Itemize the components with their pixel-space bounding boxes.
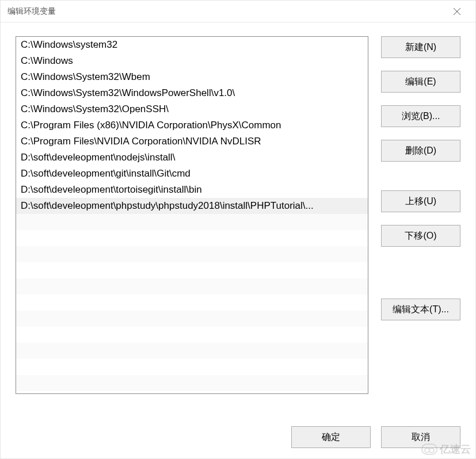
- ok-button[interactable]: 确定: [291, 426, 371, 448]
- content-area: C:\Windows\system32C:\WindowsC:\Windows\…: [1, 22, 475, 416]
- list-item-empty: [16, 327, 368, 343]
- new-button[interactable]: 新建(N): [381, 36, 460, 58]
- list-item[interactable]: C:\Program Files\NVIDIA Corporation\NVID…: [16, 133, 368, 150]
- list-item[interactable]: C:\Program Files (x86)\NVIDIA Corporatio…: [16, 117, 368, 133]
- list-item[interactable]: C:\Windows\System32\Wbem: [16, 69, 368, 85]
- list-item-empty: [16, 311, 368, 327]
- list-item-empty: [16, 375, 368, 391]
- edit-text-button[interactable]: 编辑文本(T)...: [381, 299, 460, 320]
- list-item-empty: [16, 278, 368, 294]
- list-item[interactable]: D:\soft\develeopment\tortoisegit\install…: [16, 182, 368, 198]
- browse-button[interactable]: 浏览(B)...: [381, 105, 460, 127]
- list-item[interactable]: C:\Windows\System32\OpenSSH\: [16, 101, 368, 117]
- environment-variable-dialog: 编辑环境变量 C:\Windows\system32C:\WindowsC:\W…: [0, 0, 476, 459]
- list-item-empty: [16, 230, 368, 246]
- bottom-button-bar: 确定 取消 亿速云: [1, 416, 475, 458]
- list-item[interactable]: C:\Windows\system32: [16, 37, 368, 53]
- list-item[interactable]: C:\Windows: [16, 53, 368, 69]
- edit-button[interactable]: 编辑(E): [381, 71, 460, 93]
- list-item[interactable]: D:\soft\develeopment\git\install\Git\cmd: [16, 166, 368, 182]
- list-item-empty: [16, 214, 368, 230]
- list-item[interactable]: C:\Windows\System32\WindowsPowerShell\v1…: [16, 85, 368, 101]
- list-item-empty: [16, 343, 368, 359]
- path-listbox[interactable]: C:\Windows\system32C:\WindowsC:\Windows\…: [16, 36, 368, 394]
- side-button-column: 新建(N) 编辑(E) 浏览(B)... 删除(D) 上移(U) 下移(O) 编…: [381, 36, 460, 406]
- move-down-button[interactable]: 下移(O): [381, 225, 460, 247]
- list-item-empty: [16, 359, 368, 375]
- move-up-button[interactable]: 上移(U): [381, 190, 460, 212]
- window-title: 编辑环境变量: [7, 6, 56, 17]
- spacer: [381, 259, 460, 299]
- list-item-empty: [16, 246, 368, 262]
- list-item-empty: [16, 294, 368, 311]
- list-item-empty: [16, 262, 368, 278]
- list-item[interactable]: D:\soft\develeopment\nodejs\install\: [16, 150, 368, 166]
- close-icon: [453, 7, 461, 16]
- list-item[interactable]: D:\soft\develeopment\phpstudy\phpstudy20…: [16, 198, 368, 214]
- delete-button[interactable]: 删除(D): [381, 140, 460, 162]
- cancel-button[interactable]: 取消: [381, 426, 460, 448]
- spacer: [381, 174, 460, 190]
- titlebar: 编辑环境变量: [1, 1, 475, 22]
- close-button[interactable]: [445, 3, 469, 20]
